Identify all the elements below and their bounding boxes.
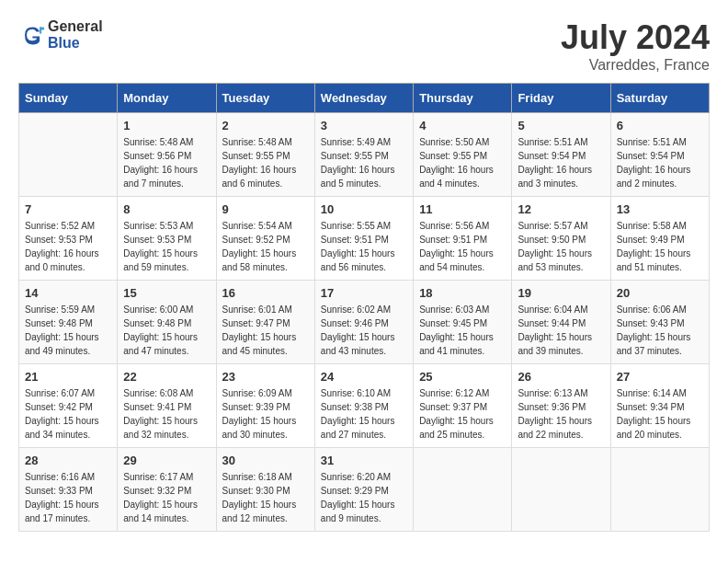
calendar-cell: 6Sunrise: 5:51 AM Sunset: 9:54 PM Daylig… [610,113,709,197]
day-number: 19 [518,286,604,300]
day-info: Sunrise: 5:51 AM Sunset: 9:54 PM Dayligh… [617,135,703,190]
day-number: 27 [617,370,703,384]
calendar-cell: 22Sunrise: 6:08 AM Sunset: 9:41 PM Dayli… [118,364,216,448]
weekday-header-friday: Friday [512,84,610,113]
logo-blue-text: Blue [48,35,103,52]
day-info: Sunrise: 5:48 AM Sunset: 9:56 PM Dayligh… [123,135,210,190]
day-number: 17 [321,286,407,300]
weekday-header-sunday: Sunday [19,84,118,113]
calendar-cell: 17Sunrise: 6:02 AM Sunset: 9:46 PM Dayli… [314,281,413,364]
day-number: 21 [25,370,111,384]
day-info: Sunrise: 5:50 AM Sunset: 9:55 PM Dayligh… [419,135,506,190]
day-info: Sunrise: 5:55 AM Sunset: 9:51 PM Dayligh… [321,219,407,274]
day-number: 20 [617,286,703,300]
day-number: 31 [321,454,407,467]
calendar-cell [19,113,118,197]
calendar-cell [512,448,610,532]
weekday-header-tuesday: Tuesday [216,84,314,113]
calendar-cell: 8Sunrise: 5:53 AM Sunset: 9:53 PM Daylig… [118,197,216,281]
calendar-cell: 5Sunrise: 5:51 AM Sunset: 9:54 PM Daylig… [512,113,610,197]
calendar-week-row: 14Sunrise: 5:59 AM Sunset: 9:48 PM Dayli… [19,281,710,364]
calendar-week-row: 21Sunrise: 6:07 AM Sunset: 9:42 PM Dayli… [19,364,710,448]
day-info: Sunrise: 5:52 AM Sunset: 9:53 PM Dayligh… [25,219,111,274]
calendar-cell: 21Sunrise: 6:07 AM Sunset: 9:42 PM Dayli… [19,364,118,448]
calendar-cell [414,448,512,532]
day-info: Sunrise: 6:16 AM Sunset: 9:33 PM Dayligh… [25,470,111,525]
day-info: Sunrise: 6:08 AM Sunset: 9:41 PM Dayligh… [123,386,210,442]
day-info: Sunrise: 6:04 AM Sunset: 9:44 PM Dayligh… [518,303,604,358]
day-number: 26 [518,370,604,384]
weekday-header-saturday: Saturday [610,84,709,113]
day-number: 8 [123,202,210,216]
calendar-cell: 4Sunrise: 5:50 AM Sunset: 9:55 PM Daylig… [414,113,512,197]
calendar-cell: 19Sunrise: 6:04 AM Sunset: 9:44 PM Dayli… [512,281,610,364]
calendar-cell: 20Sunrise: 6:06 AM Sunset: 9:43 PM Dayli… [610,281,709,364]
calendar-cell: 15Sunrise: 6:00 AM Sunset: 9:48 PM Dayli… [118,281,216,364]
day-number: 24 [321,370,407,384]
calendar-cell: 18Sunrise: 6:03 AM Sunset: 9:45 PM Dayli… [414,281,512,364]
day-number: 11 [419,202,506,216]
day-info: Sunrise: 6:20 AM Sunset: 9:29 PM Dayligh… [321,470,407,525]
day-info: Sunrise: 6:09 AM Sunset: 9:39 PM Dayligh… [222,386,309,442]
logo-icon [18,22,44,48]
calendar-cell: 3Sunrise: 5:49 AM Sunset: 9:55 PM Daylig… [314,113,413,197]
day-info: Sunrise: 5:54 AM Sunset: 9:52 PM Dayligh… [222,219,309,274]
day-info: Sunrise: 6:13 AM Sunset: 9:36 PM Dayligh… [518,386,604,442]
calendar-cell: 1Sunrise: 5:48 AM Sunset: 9:56 PM Daylig… [118,113,216,197]
logo-text: General Blue [48,18,103,51]
day-number: 6 [617,119,703,132]
calendar-cell: 16Sunrise: 6:01 AM Sunset: 9:47 PM Dayli… [216,281,314,364]
day-number: 15 [123,286,210,300]
weekday-header-thursday: Thursday [414,84,512,113]
day-info: Sunrise: 6:10 AM Sunset: 9:38 PM Dayligh… [321,386,407,442]
day-info: Sunrise: 6:17 AM Sunset: 9:32 PM Dayligh… [123,470,210,525]
day-info: Sunrise: 5:49 AM Sunset: 9:55 PM Dayligh… [321,135,407,190]
calendar-cell [610,448,709,532]
weekday-header-wednesday: Wednesday [314,84,413,113]
page-header: General Blue July 2024 Varreddes, France [18,18,710,74]
day-number: 22 [123,370,210,384]
day-number: 9 [222,202,309,216]
calendar-cell: 31Sunrise: 6:20 AM Sunset: 9:29 PM Dayli… [314,448,413,532]
logo-general-text: General [48,18,103,35]
day-info: Sunrise: 6:18 AM Sunset: 9:30 PM Dayligh… [222,470,309,525]
day-number: 14 [25,286,111,300]
calendar-cell: 11Sunrise: 5:56 AM Sunset: 9:51 PM Dayli… [414,197,512,281]
calendar-cell: 23Sunrise: 6:09 AM Sunset: 9:39 PM Dayli… [216,364,314,448]
day-number: 30 [222,454,309,467]
day-info: Sunrise: 5:53 AM Sunset: 9:53 PM Dayligh… [123,219,210,274]
day-info: Sunrise: 6:06 AM Sunset: 9:43 PM Dayligh… [617,303,703,358]
calendar-cell: 30Sunrise: 6:18 AM Sunset: 9:30 PM Dayli… [216,448,314,532]
day-info: Sunrise: 5:59 AM Sunset: 9:48 PM Dayligh… [25,303,111,358]
calendar-cell: 29Sunrise: 6:17 AM Sunset: 9:32 PM Dayli… [118,448,216,532]
day-info: Sunrise: 5:57 AM Sunset: 9:50 PM Dayligh… [518,219,604,274]
calendar-cell: 13Sunrise: 5:58 AM Sunset: 9:49 PM Dayli… [610,197,709,281]
day-number: 10 [321,202,407,216]
day-number: 16 [222,286,309,300]
day-info: Sunrise: 5:48 AM Sunset: 9:55 PM Dayligh… [222,135,309,190]
day-info: Sunrise: 6:02 AM Sunset: 9:46 PM Dayligh… [321,303,407,358]
day-number: 25 [419,370,506,384]
weekday-header-row: SundayMondayTuesdayWednesdayThursdayFrid… [19,84,710,113]
day-info: Sunrise: 6:01 AM Sunset: 9:47 PM Dayligh… [222,303,309,358]
day-number: 1 [123,119,210,132]
day-info: Sunrise: 6:07 AM Sunset: 9:42 PM Dayligh… [25,386,111,442]
day-info: Sunrise: 6:12 AM Sunset: 9:37 PM Dayligh… [419,386,506,442]
day-number: 13 [617,202,703,216]
day-info: Sunrise: 6:14 AM Sunset: 9:34 PM Dayligh… [617,386,703,442]
day-number: 7 [25,202,111,216]
day-number: 29 [123,454,210,467]
day-info: Sunrise: 6:03 AM Sunset: 9:45 PM Dayligh… [419,303,506,358]
day-number: 28 [25,454,111,467]
logo: General Blue [18,18,103,51]
calendar-cell: 9Sunrise: 5:54 AM Sunset: 9:52 PM Daylig… [216,197,314,281]
title-section: July 2024 Varreddes, France [561,18,710,74]
calendar-table: SundayMondayTuesdayWednesdayThursdayFrid… [18,83,710,532]
calendar-cell: 24Sunrise: 6:10 AM Sunset: 9:38 PM Dayli… [314,364,413,448]
day-number: 12 [518,202,604,216]
day-number: 4 [419,119,506,132]
day-number: 23 [222,370,309,384]
calendar-cell: 12Sunrise: 5:57 AM Sunset: 9:50 PM Dayli… [512,197,610,281]
day-number: 18 [419,286,506,300]
calendar-cell: 26Sunrise: 6:13 AM Sunset: 9:36 PM Dayli… [512,364,610,448]
